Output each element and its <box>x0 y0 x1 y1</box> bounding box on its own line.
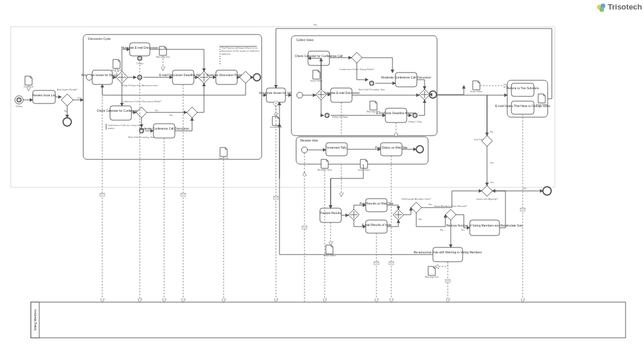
svg-text:Review Issue List: Review Issue List <box>33 93 56 97</box>
task-increment-tally[interactable] <box>326 143 347 156</box>
task-email-results[interactable] <box>366 220 387 233</box>
task-email-deadline[interactable] <box>172 70 194 84</box>
task-review-issue-list[interactable] <box>33 90 55 103</box>
svg-text:Moderate E-mail Discussion: Moderate E-mail Discussion <box>323 91 360 95</box>
svg-point-5 <box>599 7 604 12</box>
svg-text:E-mail Results of Vote: E-mail Results of Vote <box>362 223 391 227</box>
task-announce-discussion[interactable] <box>92 70 112 84</box>
task-check-calendar[interactable] <box>110 106 131 120</box>
timer-delay1 <box>413 113 417 118</box>
gw-results-fork[interactable] <box>348 209 359 220</box>
end-disc-cycle <box>253 74 260 81</box>
task-reduce-recalc[interactable] <box>470 220 500 236</box>
svg-text:Receive Vote: Receive Vote <box>300 139 318 142</box>
data-warning-3 <box>428 266 435 275</box>
end-collect <box>429 91 436 98</box>
data-issue-list-start <box>25 76 32 85</box>
task-email-vote-deadline[interactable] <box>385 108 407 123</box>
svg-text:Yes: Yes <box>428 203 432 206</box>
svg-text:Moderate E-mail Discussion: Moderate E-mail Discussion <box>121 46 158 49</box>
gw-results-join[interactable] <box>393 209 404 220</box>
gw-2nd-time[interactable] <box>482 136 492 146</box>
svg-text:E-mail Vote Deadline Warning: E-mail Vote Deadline Warning <box>376 111 416 115</box>
svg-text:No: No <box>419 218 422 221</box>
svg-text:Yes: Yes <box>461 228 465 231</box>
sp-disc-title: Discussion Cycle <box>88 37 111 40</box>
data-issue-votes-4 <box>326 245 333 254</box>
annotation-loop: The Process will loop if there is no dis… <box>221 46 260 55</box>
svg-text:Collect Votes: Collect Votes <box>296 38 314 42</box>
brand-logo: Trisotech <box>597 2 642 12</box>
task-announce-vote[interactable] <box>266 88 285 102</box>
start-event-friday[interactable] <box>15 96 23 104</box>
svg-text:Conference Call in Discussion : Conference Call in Discussion Week? <box>122 100 162 103</box>
task-post-status[interactable] <box>381 143 402 156</box>
svg-text:Have Members Been Warned?: Have Members Been Warned? <box>435 205 468 208</box>
pool-voting-members <box>31 302 626 338</box>
svg-text:Moderate Conference Call Discu: Moderate Conference Call Discussion <box>139 127 189 130</box>
svg-text:No: No <box>169 114 173 117</box>
task-email-change[interactable] <box>511 101 534 114</box>
svg-text:Yes: Yes <box>490 161 494 164</box>
task-moderate-email[interactable] <box>130 43 150 56</box>
svg-text:Wait Until Thursday, 9am: Wait Until Thursday, 9am <box>359 88 385 91</box>
svg-text:Reduce to Two Solutions: Reduce to Two Solutions <box>506 86 539 90</box>
svg-text:No: No <box>440 228 444 231</box>
task-prepare-results[interactable] <box>320 208 341 222</box>
pool-label: Voting Members <box>33 309 37 331</box>
svg-text:Warning Text: Warning Text <box>425 275 439 278</box>
task-reduce-two[interactable] <box>511 83 534 96</box>
task-moderate-confcall[interactable] <box>153 124 175 138</box>
svg-text:Issue Votes: Issue Votes <box>536 103 548 106</box>
svg-text:Re-announce Vote with Warning : Re-announce Vote with Warning to Voting … <box>414 250 482 254</box>
svg-text:No: No <box>490 130 494 133</box>
start-collect <box>297 92 303 98</box>
task-moderate-email-vote[interactable] <box>331 88 352 102</box>
svg-text:Yes: Yes <box>490 181 494 184</box>
svg-text:Did Enough Members Vote?: Did Enough Members Vote? <box>401 197 432 200</box>
svg-text:Issue Votes: Issue Votes <box>470 90 483 93</box>
svg-text:Check Calendar for Conference : Check Calendar for Conference Call <box>295 54 343 58</box>
svg-text:Any Issues Ready?: Any Issues Ready? <box>57 88 78 91</box>
end-process[interactable] <box>543 187 551 195</box>
svg-text:Wait Until Thursday, 9am: Wait Until Thursday, 9am <box>128 136 155 139</box>
task-reannounce[interactable] <box>433 247 463 262</box>
task-evaluate-discussion[interactable] <box>216 70 237 84</box>
svg-text:Yes: Yes <box>77 96 81 99</box>
annotation-confcall: Conference Calls are every two weeks <box>106 124 142 130</box>
start-label: Friday <box>15 105 22 108</box>
svg-text:Post Results on Web Site: Post Results on Web Site <box>360 202 394 205</box>
svg-text:Announce Issues for Vote: Announce Issues for Vote <box>259 91 293 95</box>
end-event-no-issues[interactable] <box>63 118 71 126</box>
start-receive <box>301 147 307 153</box>
svg-text:Issue Votes: Issue Votes <box>358 168 370 171</box>
svg-text:Delay 1 Day: Delay 1 Day <box>409 120 422 123</box>
svg-text:Issues w/o Majority?: Issues w/o Majority? <box>476 197 498 200</box>
svg-text:Trisotech: Trisotech <box>608 2 642 11</box>
svg-text:Reduce Number of Voting Member: Reduce Number of Voting Members and Reca… <box>447 224 523 227</box>
bpmn-canvas: Trisotech Yes Friday Issue List Review I… <box>0 0 644 361</box>
svg-text:Yes: Yes <box>155 109 159 112</box>
svg-text:Post Status on Web Site: Post Status on Web Site <box>375 146 407 149</box>
gw-issues-ready[interactable] <box>61 94 73 106</box>
svg-text:Increment Tally: Increment Tally <box>326 146 347 149</box>
end-receive <box>416 146 423 153</box>
svg-text:Prepare Results: Prepare Results <box>320 211 341 215</box>
data-issue-votes-6 <box>473 81 480 90</box>
top-edge-label: Yes <box>313 23 318 26</box>
svg-text:Issue Votes: Issue Votes <box>310 79 323 82</box>
gw-warned[interactable] <box>445 209 456 220</box>
task-post-results[interactable] <box>366 199 387 212</box>
timer-wait-thursday-2 <box>369 81 374 86</box>
svg-text:No: No <box>523 187 527 190</box>
timer-delay13 <box>325 113 329 118</box>
svg-text:2nd Time: 2nd Time <box>474 138 484 141</box>
svg-text:Delay 13 Days: Delay 13 Days <box>332 115 348 118</box>
gw-enough[interactable] <box>411 202 422 213</box>
